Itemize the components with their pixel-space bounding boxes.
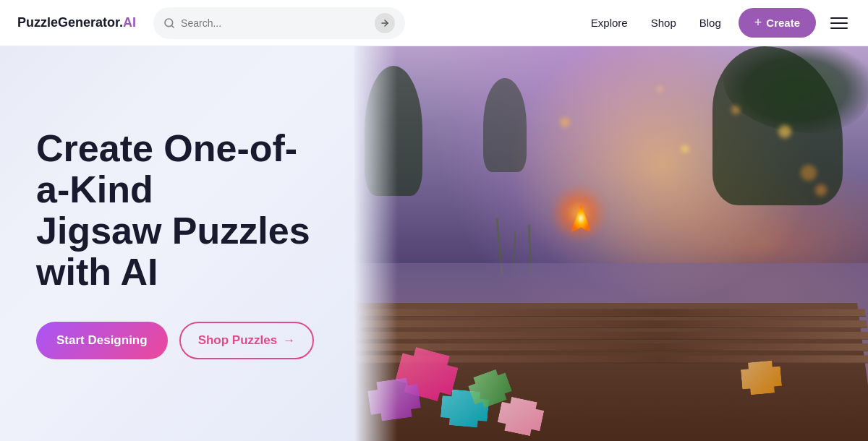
arrow-right-icon [380, 18, 390, 28]
navbar: PuzzleGenerator.AI Explore Shop Blog + C… [0, 0, 868, 46]
tree-mid [483, 78, 527, 172]
bokeh-4 [681, 145, 689, 153]
search-icon [163, 17, 175, 29]
search-bar [153, 7, 405, 39]
logo[interactable]: PuzzleGenerator.AI [17, 15, 136, 30]
hero-buttons: Start Designing Shop Puzzles → [36, 322, 318, 359]
hero-title-line2: Jigsaw Puzzles with AI [36, 210, 310, 293]
bokeh-1 [778, 125, 791, 138]
hamburger-line-3 [830, 27, 848, 29]
create-button[interactable]: + Create [739, 8, 816, 38]
puzzle-pieces-scatter [354, 296, 868, 441]
puzzle-piece-6 [740, 360, 783, 396]
nav-links: Explore Shop Blog [591, 17, 721, 29]
shop-puzzles-button[interactable]: Shop Puzzles → [179, 322, 315, 359]
hero-left-panel: Create One-of-a-Kind Jigsaw Puzzles with… [0, 46, 354, 441]
logo-text-suffix: AI [123, 15, 136, 30]
hamburger-line-2 [830, 22, 848, 24]
svg-line-1 [171, 25, 174, 27]
plus-icon: + [754, 15, 762, 30]
hero-image-panel [354, 46, 868, 441]
start-designing-button[interactable]: Start Designing [36, 322, 168, 359]
bokeh-3 [801, 165, 817, 181]
bokeh-2 [731, 106, 740, 114]
search-submit-button[interactable] [375, 13, 395, 33]
create-button-label: Create [766, 17, 800, 29]
nav-shop[interactable]: Shop [651, 17, 676, 29]
menu-icon[interactable] [827, 14, 851, 32]
search-input[interactable] [181, 17, 369, 29]
hero-title-line1: Create One-of-a-Kind [36, 127, 297, 210]
shop-arrow-icon: → [283, 333, 295, 348]
logo-text-prefix: PuzzleGenerator. [17, 15, 123, 30]
puzzle-piece-5 [496, 395, 546, 437]
hero-title: Create One-of-a-Kind Jigsaw Puzzles with… [36, 128, 318, 294]
hero-section: Create One-of-a-Kind Jigsaw Puzzles with… [0, 46, 868, 441]
left-fade-overlay [354, 46, 398, 441]
bokeh-5 [657, 86, 663, 92]
hamburger-line-1 [830, 17, 848, 19]
nav-blog[interactable]: Blog [699, 17, 721, 29]
shop-puzzles-label: Shop Puzzles [198, 333, 278, 348]
nav-explore[interactable]: Explore [591, 17, 628, 29]
